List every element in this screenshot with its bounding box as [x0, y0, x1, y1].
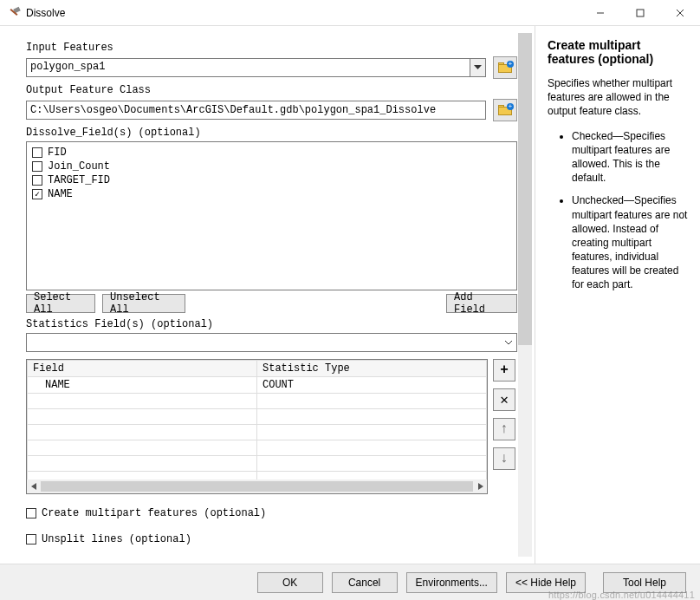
multipart-checkbox[interactable]	[26, 508, 36, 518]
folder-open-icon: +	[498, 62, 512, 73]
input-features-value[interactable]: polygon_spa1	[26, 58, 470, 77]
svg-rect-1	[637, 10, 644, 16]
field-row[interactable]: TARGET_FID	[32, 173, 511, 187]
output-path-input[interactable]	[26, 101, 486, 120]
field-row[interactable]: FID	[32, 146, 511, 160]
unsplit-label: Unsplit lines (optional)	[42, 533, 191, 545]
field-checkbox[interactable]	[32, 161, 42, 172]
stats-label: Statistics Field(s) (optional)	[26, 318, 517, 330]
dissolve-fields-list[interactable]: FIDJoin_CountTARGET_FID✓NAME	[26, 141, 517, 290]
output-label: Output Feature Class	[26, 84, 517, 96]
watermark: https://blog.csdn.net/u014444411	[548, 590, 695, 600]
scroll-left-icon[interactable]	[27, 479, 41, 493]
arrow-up-icon: ↑	[500, 421, 509, 437]
browse-output-button[interactable]: +	[493, 99, 517, 121]
move-up-button[interactable]: ↑	[493, 418, 515, 440]
field-checkbox[interactable]	[32, 175, 42, 186]
grid-horizontal-scrollbar[interactable]	[27, 479, 487, 493]
maximize-button[interactable]	[620, 0, 660, 26]
field-name: NAME	[48, 188, 73, 200]
folder-open-icon: +	[498, 105, 512, 115]
browse-input-button[interactable]: +	[493, 56, 517, 79]
field-name: Join_Count	[48, 160, 110, 173]
cell-type: COUNT	[257, 377, 487, 394]
dissolve-fields-label: Dissolve_Field(s) (optional)	[26, 127, 517, 139]
svg-marker-4	[474, 65, 482, 69]
field-row[interactable]: Join_Count	[32, 160, 511, 173]
stats-grid[interactable]: Field Statistic Type NAMECOUNT	[26, 359, 488, 494]
environments-button[interactable]: Environments...	[406, 572, 497, 593]
col-type: Statistic Type	[257, 361, 487, 377]
table-row[interactable]: NAMECOUNT	[28, 377, 487, 394]
minimize-button[interactable]	[580, 0, 620, 26]
chevron-down-icon[interactable]	[470, 58, 486, 77]
help-bullet-unchecked: Unchecked—Specifies multipart features a…	[572, 193, 688, 291]
hammer-icon	[7, 6, 21, 20]
help-paragraph: Specifies whether multipart features are…	[548, 76, 688, 119]
unsplit-checkbox[interactable]	[26, 534, 36, 545]
scroll-right-icon[interactable]	[473, 479, 487, 493]
move-down-button[interactable]: ↓	[493, 447, 515, 470]
chevron-down-icon	[504, 340, 513, 345]
svg-marker-5	[31, 483, 36, 490]
window-title: Dissolve	[26, 7, 580, 19]
remove-row-button[interactable]: ✕	[493, 388, 515, 411]
ok-button[interactable]: OK	[257, 572, 323, 593]
field-name: TARGET_FID	[48, 174, 110, 186]
unselect-all-button[interactable]: Unselect All	[102, 294, 185, 313]
left-scrollbar[interactable]	[518, 33, 532, 557]
arrow-down-icon: ↓	[500, 451, 509, 466]
field-name: FID	[48, 147, 67, 159]
field-checkbox[interactable]	[32, 147, 42, 158]
field-row[interactable]: ✓NAME	[32, 187, 511, 201]
help-title: Create multipart features (optional)	[548, 38, 688, 66]
stats-field-select[interactable]	[26, 333, 517, 352]
plus-icon: +	[500, 362, 509, 378]
field-checkbox[interactable]: ✓	[32, 189, 42, 199]
x-icon: ✕	[500, 391, 509, 408]
svg-marker-6	[478, 483, 483, 490]
cell-field: NAME	[28, 377, 257, 394]
input-features-label: Input Features	[26, 42, 517, 54]
input-features-combo[interactable]: polygon_spa1	[26, 58, 486, 77]
cancel-button[interactable]: Cancel	[332, 572, 398, 593]
select-all-button[interactable]: Select All	[26, 294, 95, 313]
add-row-button[interactable]: +	[493, 359, 515, 382]
multipart-label: Create multipart features (optional)	[42, 507, 266, 519]
col-field: Field	[28, 361, 257, 377]
help-bullet-checked: Checked—Specifies multipart features are…	[572, 129, 688, 186]
close-button[interactable]	[660, 0, 700, 26]
add-field-button[interactable]: Add Field	[446, 294, 517, 313]
